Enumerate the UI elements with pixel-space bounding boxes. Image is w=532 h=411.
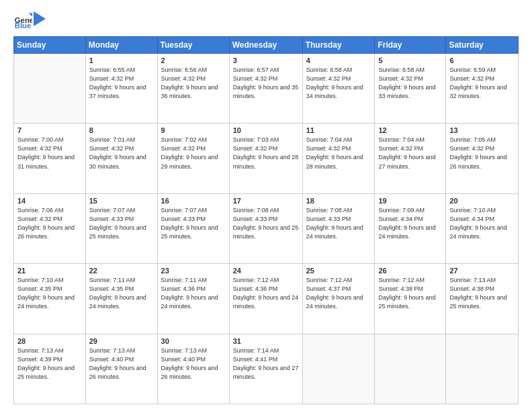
day-info: Sunrise: 7:13 AMSunset: 4:40 PMDaylight:… bbox=[161, 347, 226, 381]
calendar-cell: 13Sunrise: 7:05 AMSunset: 4:32 PMDayligh… bbox=[446, 124, 519, 193]
day-info: Sunrise: 7:08 AMSunset: 4:33 PMDaylight:… bbox=[233, 206, 299, 241]
calendar-container: General Blue SundayMondayTuesdayWednesda… bbox=[0, 0, 532, 411]
day-number: 24 bbox=[233, 267, 299, 275]
calendar-week-2: 14Sunrise: 7:06 AMSunset: 4:32 PMDayligh… bbox=[14, 193, 519, 263]
day-info: Sunrise: 7:09 AMSunset: 4:34 PMDaylight:… bbox=[378, 206, 442, 241]
day-info: Sunrise: 7:08 AMSunset: 4:33 PMDaylight:… bbox=[306, 206, 371, 241]
calendar-cell: 22Sunrise: 7:11 AMSunset: 4:35 PMDayligh… bbox=[85, 264, 157, 334]
day-info: Sunrise: 6:56 AMSunset: 4:32 PMDaylight:… bbox=[161, 66, 226, 101]
calendar-cell: 29Sunrise: 7:13 AMSunset: 4:40 PMDayligh… bbox=[85, 334, 157, 404]
calendar-table: SundayMondayTuesdayWednesdayThursdayFrid… bbox=[13, 36, 519, 404]
weekday-header-sunday: Sunday bbox=[14, 37, 86, 54]
day-info: Sunrise: 7:03 AMSunset: 4:32 PMDaylight:… bbox=[233, 136, 299, 171]
day-info: Sunrise: 6:57 AMSunset: 4:32 PMDaylight:… bbox=[233, 66, 299, 101]
day-number: 12 bbox=[378, 126, 442, 134]
calendar-cell bbox=[14, 54, 86, 124]
day-number: 20 bbox=[449, 197, 515, 205]
logo-chevron-icon bbox=[34, 11, 46, 26]
calendar-cell: 21Sunrise: 7:10 AMSunset: 4:35 PMDayligh… bbox=[14, 264, 86, 334]
day-number: 9 bbox=[161, 126, 226, 134]
day-info: Sunrise: 6:58 AMSunset: 4:32 PMDaylight:… bbox=[306, 66, 371, 101]
day-info: Sunrise: 7:04 AMSunset: 4:32 PMDaylight:… bbox=[306, 136, 371, 171]
day-number: 21 bbox=[17, 267, 82, 275]
weekday-header-saturday: Saturday bbox=[446, 37, 519, 54]
calendar-cell bbox=[302, 334, 375, 404]
day-info: Sunrise: 7:07 AMSunset: 4:33 PMDaylight:… bbox=[89, 206, 154, 241]
logo: General Blue bbox=[13, 11, 46, 30]
day-info: Sunrise: 7:12 AMSunset: 4:36 PMDaylight:… bbox=[233, 276, 299, 311]
calendar-week-1: 7Sunrise: 7:00 AMSunset: 4:32 PMDaylight… bbox=[14, 124, 519, 193]
calendar-cell: 17Sunrise: 7:08 AMSunset: 4:33 PMDayligh… bbox=[229, 193, 302, 263]
weekday-header-wednesday: Wednesday bbox=[229, 37, 302, 54]
day-number: 26 bbox=[378, 267, 442, 275]
day-number: 31 bbox=[233, 337, 299, 345]
svg-marker-4 bbox=[34, 11, 46, 26]
calendar-cell: 2Sunrise: 6:56 AMSunset: 4:32 PMDaylight… bbox=[157, 54, 229, 124]
calendar-cell: 4Sunrise: 6:58 AMSunset: 4:32 PMDaylight… bbox=[302, 54, 375, 124]
calendar-cell: 24Sunrise: 7:12 AMSunset: 4:36 PMDayligh… bbox=[229, 264, 302, 334]
weekday-header-tuesday: Tuesday bbox=[157, 37, 229, 54]
calendar-week-4: 28Sunrise: 7:13 AMSunset: 4:39 PMDayligh… bbox=[14, 334, 519, 404]
day-info: Sunrise: 7:10 AMSunset: 4:35 PMDaylight:… bbox=[17, 276, 82, 311]
day-info: Sunrise: 7:02 AMSunset: 4:32 PMDaylight:… bbox=[161, 136, 226, 171]
calendar-cell: 16Sunrise: 7:07 AMSunset: 4:33 PMDayligh… bbox=[157, 193, 229, 263]
day-number: 18 bbox=[306, 197, 371, 205]
day-info: Sunrise: 7:13 AMSunset: 4:40 PMDaylight:… bbox=[89, 347, 154, 381]
day-number: 19 bbox=[378, 197, 442, 205]
day-info: Sunrise: 7:01 AMSunset: 4:32 PMDaylight:… bbox=[89, 136, 154, 171]
day-number: 29 bbox=[89, 337, 154, 345]
day-info: Sunrise: 7:12 AMSunset: 4:37 PMDaylight:… bbox=[306, 276, 371, 311]
day-number: 30 bbox=[161, 337, 226, 345]
day-info: Sunrise: 7:04 AMSunset: 4:32 PMDaylight:… bbox=[378, 136, 442, 171]
calendar-cell: 12Sunrise: 7:04 AMSunset: 4:32 PMDayligh… bbox=[375, 124, 446, 193]
day-info: Sunrise: 7:06 AMSunset: 4:32 PMDaylight:… bbox=[17, 206, 82, 241]
day-info: Sunrise: 7:13 AMSunset: 4:39 PMDaylight:… bbox=[17, 347, 82, 381]
day-number: 14 bbox=[17, 197, 82, 205]
calendar-cell: 11Sunrise: 7:04 AMSunset: 4:32 PMDayligh… bbox=[302, 124, 375, 193]
day-number: 4 bbox=[306, 56, 371, 64]
weekday-header-thursday: Thursday bbox=[302, 37, 375, 54]
calendar-cell: 6Sunrise: 6:59 AMSunset: 4:32 PMDaylight… bbox=[446, 54, 519, 124]
calendar-cell: 15Sunrise: 7:07 AMSunset: 4:33 PMDayligh… bbox=[85, 193, 157, 263]
calendar-cell: 3Sunrise: 6:57 AMSunset: 4:32 PMDaylight… bbox=[229, 54, 302, 124]
day-number: 16 bbox=[161, 197, 226, 205]
header: General Blue bbox=[13, 11, 519, 30]
calendar-cell: 30Sunrise: 7:13 AMSunset: 4:40 PMDayligh… bbox=[157, 334, 229, 404]
calendar-cell: 8Sunrise: 7:01 AMSunset: 4:32 PMDaylight… bbox=[85, 124, 157, 193]
day-number: 2 bbox=[161, 56, 226, 64]
calendar-cell: 5Sunrise: 6:58 AMSunset: 4:32 PMDaylight… bbox=[375, 54, 446, 124]
day-number: 6 bbox=[449, 56, 515, 64]
day-info: Sunrise: 7:05 AMSunset: 4:32 PMDaylight:… bbox=[449, 136, 515, 171]
calendar-cell: 28Sunrise: 7:13 AMSunset: 4:39 PMDayligh… bbox=[14, 334, 86, 404]
day-number: 1 bbox=[89, 56, 154, 64]
day-number: 25 bbox=[306, 267, 371, 275]
day-number: 8 bbox=[89, 126, 154, 134]
weekday-header-friday: Friday bbox=[375, 37, 446, 54]
calendar-cell: 23Sunrise: 7:11 AMSunset: 4:36 PMDayligh… bbox=[157, 264, 229, 334]
day-number: 17 bbox=[233, 197, 299, 205]
calendar-cell bbox=[375, 334, 446, 404]
day-info: Sunrise: 7:14 AMSunset: 4:41 PMDaylight:… bbox=[233, 347, 299, 381]
calendar-cell bbox=[446, 334, 519, 404]
day-number: 11 bbox=[306, 126, 371, 134]
calendar-cell: 31Sunrise: 7:14 AMSunset: 4:41 PMDayligh… bbox=[229, 334, 302, 404]
calendar-cell: 1Sunrise: 6:55 AMSunset: 4:32 PMDaylight… bbox=[85, 54, 157, 124]
day-number: 15 bbox=[89, 197, 154, 205]
day-info: Sunrise: 6:58 AMSunset: 4:32 PMDaylight:… bbox=[378, 66, 442, 101]
calendar-cell: 14Sunrise: 7:06 AMSunset: 4:32 PMDayligh… bbox=[14, 193, 86, 263]
day-number: 7 bbox=[17, 126, 82, 134]
day-number: 23 bbox=[161, 267, 226, 275]
day-number: 13 bbox=[449, 126, 515, 134]
day-info: Sunrise: 6:59 AMSunset: 4:32 PMDaylight:… bbox=[449, 66, 515, 101]
calendar-cell: 9Sunrise: 7:02 AMSunset: 4:32 PMDaylight… bbox=[157, 124, 229, 193]
calendar-header: SundayMondayTuesdayWednesdayThursdayFrid… bbox=[14, 37, 519, 54]
calendar-cell: 10Sunrise: 7:03 AMSunset: 4:32 PMDayligh… bbox=[229, 124, 302, 193]
day-info: Sunrise: 7:11 AMSunset: 4:36 PMDaylight:… bbox=[161, 276, 226, 311]
calendar-cell: 18Sunrise: 7:08 AMSunset: 4:33 PMDayligh… bbox=[302, 193, 375, 263]
calendar-cell: 20Sunrise: 7:10 AMSunset: 4:34 PMDayligh… bbox=[446, 193, 519, 263]
day-number: 10 bbox=[233, 126, 299, 134]
calendar-cell: 19Sunrise: 7:09 AMSunset: 4:34 PMDayligh… bbox=[375, 193, 446, 263]
calendar-cell: 25Sunrise: 7:12 AMSunset: 4:37 PMDayligh… bbox=[302, 264, 375, 334]
day-info: Sunrise: 7:12 AMSunset: 4:38 PMDaylight:… bbox=[378, 276, 442, 311]
calendar-cell: 7Sunrise: 7:00 AMSunset: 4:32 PMDaylight… bbox=[14, 124, 86, 193]
